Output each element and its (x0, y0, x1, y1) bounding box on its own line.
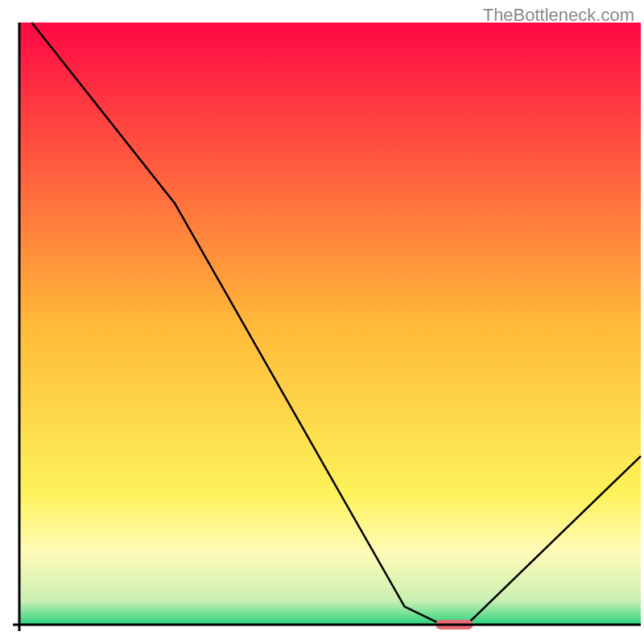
watermark-text: TheBottleneck.com (483, 5, 634, 26)
plot-background (19, 23, 641, 625)
chart-container: TheBottleneck.com (0, 0, 644, 644)
bottleneck-chart (0, 0, 644, 644)
